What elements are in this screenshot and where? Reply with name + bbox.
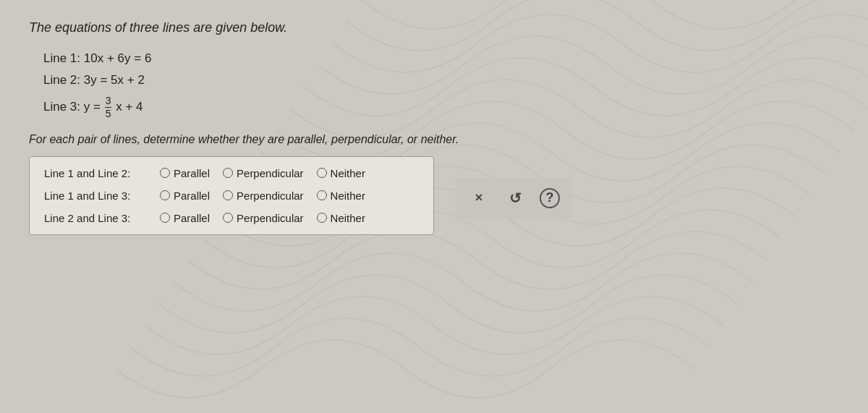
intro-text: The equations of three lines are given b… <box>29 20 839 35</box>
fraction-denominator: 5 <box>105 108 112 120</box>
row1-neither-label: Neither <box>331 167 365 179</box>
row3-parallel-radio[interactable] <box>160 213 170 223</box>
row1-parallel-radio[interactable] <box>160 168 170 178</box>
answer-box: Line 1 and Line 2: Parallel Perpendicula… <box>29 156 434 235</box>
answer-row-2: Line 1 and Line 3: Parallel Perpendicula… <box>44 190 419 202</box>
row2-neither-label: Neither <box>331 190 365 202</box>
row1-neither-radio[interactable] <box>317 168 327 178</box>
instruction-text: For each pair of lines, determine whethe… <box>29 133 839 146</box>
line1-label: Line 1: <box>43 51 80 65</box>
line2-formula: 3y = 5x + 2 <box>84 73 145 87</box>
row3-neither-label: Neither <box>331 212 365 224</box>
row2-perpendicular-label: Perpendicular <box>237 190 304 202</box>
row3-neither-radio[interactable] <box>317 213 327 223</box>
line3-label: Line 3: <box>43 100 80 114</box>
row1-neither-option[interactable]: Neither <box>317 167 365 179</box>
row2-label: Line 1 and Line 3: <box>44 190 160 202</box>
row3-perpendicular-radio[interactable] <box>223 213 233 223</box>
line3-formula-pre: y = <box>84 100 104 114</box>
undo-button[interactable]: ↺ <box>503 187 527 210</box>
line2-equation: Line 2: 3y = 5x + 2 <box>43 73 839 88</box>
row1-perpendicular-radio[interactable] <box>223 168 233 178</box>
row2-neither-option[interactable]: Neither <box>317 190 365 202</box>
row2-perpendicular-option[interactable]: Perpendicular <box>223 190 304 202</box>
row1-parallel-option[interactable]: Parallel <box>160 167 210 179</box>
line1-equation: Line 1: 10x + 6y = 6 <box>43 51 839 66</box>
row2-neither-radio[interactable] <box>317 190 327 200</box>
row1-perpendicular-option[interactable]: Perpendicular <box>223 167 304 179</box>
fraction-numerator: 3 <box>105 95 112 108</box>
row3-perpendicular-option[interactable]: Perpendicular <box>223 212 304 224</box>
line3-equation: Line 3: y = 3 5 x + 4 <box>43 95 839 120</box>
line3-fraction: 3 5 <box>105 95 112 120</box>
row1-parallel-label: Parallel <box>174 167 210 179</box>
row2-parallel-option[interactable]: Parallel <box>160 190 210 202</box>
row3-parallel-label: Parallel <box>174 212 210 224</box>
row1-label: Line 1 and Line 2: <box>44 167 160 179</box>
line2-label: Line 2: <box>43 73 80 87</box>
row3-neither-option[interactable]: Neither <box>317 212 365 224</box>
row2-parallel-label: Parallel <box>174 190 210 202</box>
answer-row-3: Line 2 and Line 3: Parallel Perpendicula… <box>44 212 419 224</box>
close-button[interactable]: × <box>467 187 490 210</box>
line1-formula: 10x + 6y = 6 <box>84 51 152 65</box>
row3-perpendicular-label: Perpendicular <box>237 212 304 224</box>
row1-perpendicular-label: Perpendicular <box>237 167 304 179</box>
answer-row-1: Line 1 and Line 2: Parallel Perpendicula… <box>44 167 419 179</box>
help-button[interactable]: ? <box>540 188 560 208</box>
row3-parallel-option[interactable]: Parallel <box>160 212 210 224</box>
row3-label: Line 2 and Line 3: <box>44 212 160 224</box>
row2-parallel-radio[interactable] <box>160 190 170 200</box>
line3-formula-post: x + 4 <box>116 100 142 114</box>
row2-perpendicular-radio[interactable] <box>223 190 233 200</box>
